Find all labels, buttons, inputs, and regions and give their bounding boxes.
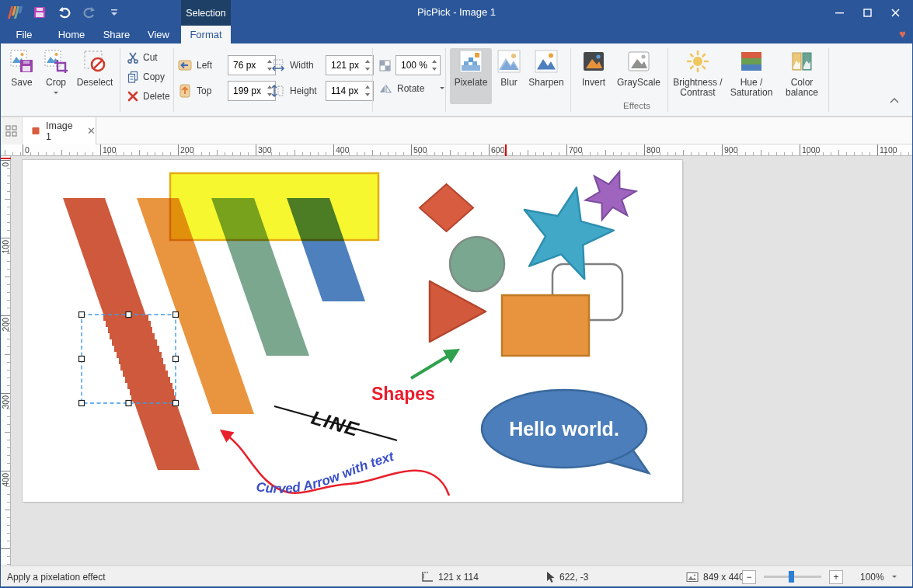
ribbon-divider: [120, 48, 120, 112]
copy-icon: [127, 71, 139, 83]
zoom-in-button[interactable]: +: [829, 570, 843, 584]
minimize-button[interactable]: [825, 0, 853, 26]
delete-button[interactable]: Delete: [127, 89, 170, 104]
height-spinbox: [326, 81, 374, 101]
image-size-value: 849 x 440: [703, 572, 744, 583]
close-button[interactable]: [881, 0, 909, 26]
speech-bubble-text: Hello world.: [509, 418, 619, 440]
color-balance-button[interactable]: Color balance: [780, 48, 824, 104]
menu-file[interactable]: File: [9, 26, 40, 43]
menu-share[interactable]: Share: [99, 26, 134, 43]
pixelate-label: Pixelate: [450, 78, 492, 88]
ruler-cursor-marker-y: [1, 158, 11, 159]
image-canvas[interactable]: LINE Shapes Curved Arrow with text: [23, 160, 682, 502]
left-field-label: Left: [197, 60, 223, 71]
left-input[interactable]: [228, 56, 263, 75]
top-spinbox: [228, 81, 276, 101]
hue-saturation-button[interactable]: Hue / Saturation: [726, 48, 777, 104]
workspace: 0 100 200 300 400 500 600 700 800 900 10…: [1, 144, 912, 565]
grayscale-label: GrayScale: [615, 78, 663, 88]
sharpen-icon: [526, 48, 566, 75]
delete-label: Delete: [143, 91, 170, 102]
top-field-label: Top: [197, 85, 223, 96]
green-arrow: [411, 351, 456, 378]
deselect-button[interactable]: Deselect: [74, 48, 116, 88]
picpick-window: PicPick - Image 1 Selection File Home Sh…: [0, 0, 913, 588]
grayscale-button[interactable]: GrayScale: [615, 48, 663, 104]
tab-image1[interactable]: Image 1 ✕: [23, 117, 96, 144]
zoom-slider-thumb[interactable]: [789, 571, 794, 583]
curved-arrow-label: Curved Arrow with text: [256, 449, 397, 496]
width-spinbox: [326, 55, 374, 75]
diamond-shape: [420, 184, 473, 231]
save-icon: [5, 48, 38, 75]
sharpen-button[interactable]: Sharpen: [526, 48, 566, 104]
zoom-level-value: 100%: [860, 572, 884, 583]
ribbon-divider: [173, 48, 174, 112]
window-title: PicPick - Image 1: [1, 6, 912, 18]
rotate-dropdown-caret[interactable]: [440, 87, 444, 92]
collapse-ribbon-icon[interactable]: [890, 98, 899, 103]
blur-label: Blur: [493, 78, 524, 88]
zoom-dropdown-caret[interactable]: [892, 576, 897, 580]
blur-button[interactable]: Blur: [493, 48, 524, 104]
grayscale-icon: [615, 48, 663, 75]
width-field-label: Width: [290, 60, 321, 71]
cut-label: Cut: [143, 52, 158, 63]
status-message: Apply a pixelation effect: [7, 566, 106, 587]
menu-view[interactable]: View: [142, 26, 175, 43]
document-tabbar: Image 1 ✕: [1, 117, 912, 144]
width-spin-down[interactable]: [363, 65, 371, 74]
scale-spin-up[interactable]: [430, 57, 438, 65]
crop-button[interactable]: Crop: [40, 48, 72, 99]
statusbar: Apply a pixelation effect 121 x 114 622,…: [1, 565, 912, 588]
scale-icon: [379, 60, 391, 71]
invert-button[interactable]: Invert: [576, 48, 612, 104]
scale-spin-down[interactable]: [430, 65, 438, 74]
save-button[interactable]: Save: [5, 48, 38, 88]
cut-button[interactable]: Cut: [127, 50, 158, 65]
width-spin-up[interactable]: [363, 57, 371, 65]
height-input[interactable]: [326, 82, 361, 100]
six-point-star-shape: [586, 172, 636, 220]
zoom-out-button[interactable]: −: [742, 570, 756, 584]
pixelate-button[interactable]: Pixelate: [450, 48, 492, 104]
tab-image1-label: Image 1: [46, 120, 78, 142]
copy-button[interactable]: Copy: [127, 69, 165, 85]
ribbon-divider: [372, 48, 373, 112]
canvas-viewport: LINE Shapes Curved Arrow with text: [11, 156, 912, 565]
menu-format-active[interactable]: Format: [181, 26, 231, 43]
scale-input[interactable]: [396, 56, 427, 75]
crop-label: Crop: [40, 78, 72, 88]
menu-home[interactable]: Home: [54, 26, 89, 43]
heart-icon[interactable]: ♥: [899, 27, 906, 40]
deselect-icon: [74, 48, 116, 75]
copy-label: Copy: [143, 71, 165, 82]
top-input[interactable]: [228, 82, 263, 100]
window-layout-icon[interactable]: [1, 117, 23, 144]
effects-group-label: Effects: [445, 101, 828, 110]
width-input[interactable]: [326, 56, 361, 75]
rotate-button[interactable]: Rotate: [378, 82, 444, 95]
cursor-position-icon: [545, 571, 555, 583]
crop-dropdown-caret[interactable]: [54, 92, 58, 96]
ruler-cursor-marker-x: [505, 144, 507, 156]
brightness-contrast-label: Brightness / Contrast: [671, 78, 724, 98]
top-position-icon: [178, 84, 192, 98]
height-icon: [271, 84, 285, 98]
maximize-button[interactable]: [853, 0, 881, 26]
shapes-label: Shapes: [371, 384, 435, 404]
color-balance-icon: [780, 48, 824, 75]
height-field-label: Height: [290, 85, 321, 96]
invert-label: Invert: [576, 78, 612, 88]
height-spin-up[interactable]: [363, 82, 371, 91]
scale-spinbox: [396, 55, 441, 75]
tab-close-icon[interactable]: ✕: [87, 125, 96, 137]
hue-saturation-label: Hue / Saturation: [726, 78, 777, 98]
deselect-label: Deselect: [74, 78, 116, 88]
brightness-contrast-button[interactable]: Brightness / Contrast: [671, 48, 724, 104]
height-spin-down[interactable]: [363, 91, 371, 99]
delete-icon: [127, 90, 139, 103]
selection-size-value: 121 x 114: [438, 572, 479, 583]
zoom-slider[interactable]: [764, 576, 821, 578]
